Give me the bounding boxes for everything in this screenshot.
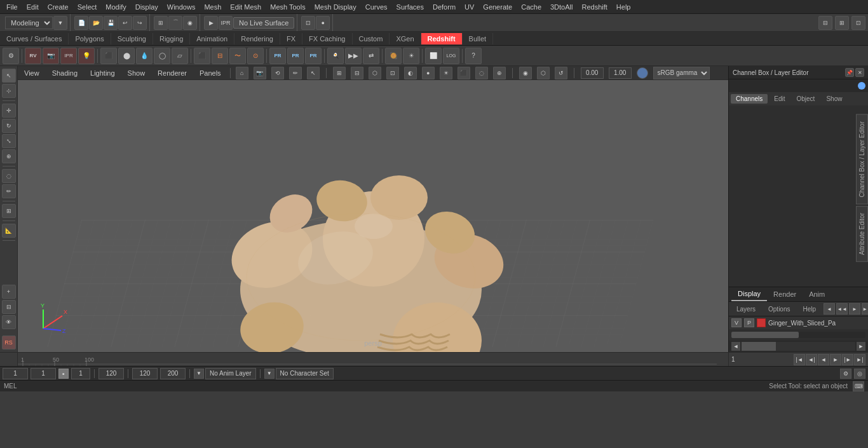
universal-manip-btn[interactable]: ⊕ bbox=[2, 149, 16, 163]
shelf-ipr-btn[interactable]: IPR bbox=[60, 48, 77, 64]
frame-value-input[interactable] bbox=[71, 368, 90, 379]
cb-tab-channels[interactable]: Channels bbox=[731, 94, 768, 104]
vp-colorspace-select[interactable]: sRGB gamma bbox=[653, 67, 710, 79]
menu-file[interactable]: File bbox=[3, 2, 22, 12]
tab-animation[interactable]: Animation bbox=[190, 33, 234, 44]
side-tab-channel-box[interactable]: Channel Box / Layer Editor bbox=[856, 114, 868, 205]
layer-prev2-btn[interactable]: ◄◄ bbox=[836, 303, 848, 315]
menu-3dtoall[interactable]: 3DtoAll bbox=[546, 2, 576, 12]
menu-modify[interactable]: Modify bbox=[102, 2, 130, 12]
menu-generate[interactable]: Generate bbox=[479, 2, 516, 12]
vp-grid-btn[interactable]: ⊞ bbox=[333, 67, 346, 79]
viewport-3d[interactable]: X Y Z persp bbox=[18, 80, 728, 352]
skip-end-btn[interactable]: ►| bbox=[854, 354, 865, 365]
shelf-circle-btn[interactable]: ⊙ bbox=[247, 48, 264, 64]
layout-btn[interactable]: ⊞ bbox=[835, 16, 849, 30]
layer-next-btn[interactable]: ► bbox=[849, 303, 860, 315]
viewport-menu-view[interactable]: View bbox=[20, 68, 43, 78]
vp-exposure-input[interactable] bbox=[609, 67, 632, 79]
save-scene-btn[interactable]: 💾 bbox=[104, 16, 118, 30]
frame-start-input[interactable] bbox=[3, 368, 28, 379]
char-set-chevron[interactable]: ▼ bbox=[264, 369, 275, 379]
play-fwd-btn[interactable]: ► bbox=[830, 354, 841, 365]
menu-select[interactable]: Select bbox=[74, 2, 101, 12]
status-keyboard-btn[interactable]: ⌨ bbox=[853, 381, 864, 391]
menu-curves[interactable]: Curves bbox=[362, 2, 391, 12]
step-fwd-btn[interactable]: |► bbox=[842, 354, 853, 365]
cb-tab-show[interactable]: Show bbox=[821, 94, 847, 104]
right-panel-scrollbar[interactable] bbox=[731, 332, 865, 338]
render-btn[interactable]: ▶ bbox=[204, 16, 218, 30]
tab-rigging[interactable]: Rigging bbox=[153, 33, 190, 44]
playback-end-input[interactable] bbox=[132, 368, 158, 379]
step-back-btn[interactable]: ◄| bbox=[806, 354, 817, 365]
fullscreen-btn[interactable]: ⊡ bbox=[851, 16, 865, 30]
cb-close-btn[interactable]: ✕ bbox=[855, 68, 864, 77]
measure-btn[interactable]: 📐 bbox=[2, 224, 16, 238]
shelf-wave-btn[interactable]: 〜 bbox=[229, 48, 246, 64]
undo-btn[interactable]: ↩ bbox=[118, 16, 132, 30]
shelf-render-pass-btn[interactable]: 🍳 bbox=[327, 48, 344, 64]
shelf-box2-btn[interactable]: ⬛ bbox=[194, 48, 210, 64]
bb-anim-btn[interactable]: ◎ bbox=[854, 369, 865, 379]
vp-light-btn[interactable]: ☀ bbox=[440, 67, 452, 79]
shelf-drop-btn[interactable]: 💧 bbox=[136, 48, 153, 64]
menu-deform[interactable]: Deform bbox=[429, 2, 459, 12]
shelf-aov-btn[interactable]: ☀ bbox=[403, 48, 419, 64]
shelf-plane-btn[interactable]: ▱ bbox=[172, 48, 188, 64]
shelf-torus-btn[interactable]: ◯ bbox=[154, 48, 170, 64]
frame-end-input[interactable] bbox=[98, 368, 124, 379]
tab-fx[interactable]: FX bbox=[280, 33, 302, 44]
visibility-btn[interactable]: 👁 bbox=[2, 315, 16, 329]
command-line-input[interactable] bbox=[22, 383, 770, 390]
menu-edit[interactable]: Edit bbox=[23, 2, 43, 12]
ipr-btn[interactable]: IPR bbox=[219, 16, 233, 30]
open-scene-btn[interactable]: 📂 bbox=[89, 16, 103, 30]
shelf-rs-pr3-btn[interactable]: PR bbox=[305, 48, 322, 64]
vp-grid2-btn[interactable]: ⊟ bbox=[351, 67, 363, 79]
tab-xgen[interactable]: XGen bbox=[390, 33, 421, 44]
layer-next2-btn[interactable]: ►► bbox=[862, 303, 868, 315]
soft-select-btn[interactable]: ◌ bbox=[2, 169, 16, 183]
layer-visibility-btn[interactable]: V bbox=[731, 318, 742, 327]
viewport-menu-shading[interactable]: Shading bbox=[48, 68, 81, 78]
shelf-rv-btn[interactable]: RV bbox=[25, 48, 41, 64]
tab-rendering[interactable]: Rendering bbox=[234, 33, 280, 44]
wireframe-btn[interactable]: ⊡ bbox=[301, 16, 315, 30]
shelf-divider-btn[interactable]: ⊟ bbox=[212, 48, 228, 64]
frame-current-input[interactable] bbox=[31, 368, 56, 379]
menu-mesh-tools[interactable]: Mesh Tools bbox=[266, 2, 309, 12]
layers-tab-help[interactable]: Help bbox=[797, 304, 821, 314]
vp-smooth1-btn[interactable]: ◐ bbox=[404, 67, 417, 79]
menu-uv[interactable]: UV bbox=[461, 2, 478, 12]
skip-start-btn[interactable]: |◄ bbox=[794, 354, 805, 365]
shelf-light-btn[interactable]: 💡 bbox=[78, 48, 95, 64]
tab-curves-surfaces[interactable]: Curves / Surfaces bbox=[0, 33, 69, 44]
viewport-menu-show[interactable]: Show bbox=[124, 68, 149, 78]
layer-scroll-right[interactable]: ► bbox=[857, 342, 865, 351]
layer-scrollbar-track[interactable] bbox=[742, 342, 855, 351]
mode-selector[interactable]: Modeling bbox=[5, 17, 53, 29]
redshift-icon-btn[interactable]: RS bbox=[2, 336, 16, 350]
layers-tab-layers[interactable]: Layers bbox=[731, 304, 761, 314]
scale-tool-btn[interactable]: ⤡ bbox=[2, 134, 16, 148]
tab-polygons[interactable]: Polygons bbox=[69, 33, 111, 44]
menu-cache[interactable]: Cache bbox=[517, 2, 545, 12]
layers-tab-options[interactable]: Options bbox=[763, 304, 795, 314]
cb-tab-object[interactable]: Object bbox=[792, 94, 820, 104]
tab-redshift[interactable]: Redshift bbox=[421, 33, 463, 44]
layer-color-swatch[interactable] bbox=[757, 318, 766, 327]
tab-custom[interactable]: Custom bbox=[353, 33, 390, 44]
vp-home-btn[interactable]: ⌂ bbox=[236, 67, 248, 79]
timeline-track[interactable]: 1 50 100 bbox=[18, 353, 728, 366]
shelf-sphere-btn[interactable]: ⬤ bbox=[118, 48, 135, 64]
xray-btn[interactable]: + bbox=[2, 285, 16, 299]
vp-colormode-btn[interactable] bbox=[637, 67, 648, 79]
layer-row-ginger[interactable]: V P Ginger_With_Sliced_Pa bbox=[729, 316, 868, 329]
shelf-rs-pr2-btn[interactable]: PR bbox=[287, 48, 304, 64]
shelf-obj-btn[interactable]: ⬜ bbox=[425, 48, 442, 64]
menu-help[interactable]: Help bbox=[613, 2, 635, 12]
shelf-rs-pr1-btn[interactable]: PR bbox=[269, 48, 286, 64]
vp-refresh-btn[interactable]: ↺ bbox=[555, 67, 567, 79]
shelf-help-btn[interactable]: ? bbox=[465, 48, 482, 64]
